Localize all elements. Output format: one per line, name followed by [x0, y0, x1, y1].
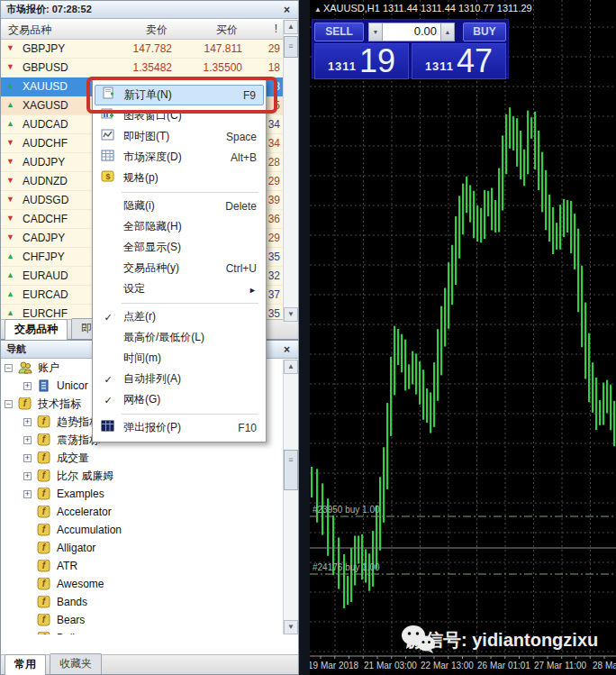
tree-item-bands[interactable]: fBands — [1, 593, 282, 611]
svg-text:28 Ma: 28 Ma — [593, 661, 616, 670]
collapse-icon[interactable]: − — [5, 400, 13, 408]
buy-price-display[interactable]: 1311 47 — [412, 43, 506, 79]
menu-item-label: 交易品种(y) — [123, 260, 179, 276]
scroll-down-icon[interactable]: ▼ — [284, 307, 298, 322]
navigator-tabbar: 常用收藏夹 — [1, 654, 298, 674]
menu-item-label: 隐藏(i) — [123, 198, 155, 214]
menu-shortcut: Space — [226, 131, 257, 143]
column-symbol[interactable]: 交易品种 — [8, 23, 51, 38]
tree-item-examples[interactable]: +fExamples — [1, 485, 282, 503]
menu-item--s-[interactable]: 全部显示(S) — [95, 237, 264, 258]
menu-shortcut: Delete — [225, 200, 257, 213]
sell-price-display[interactable]: 1311 19 — [314, 43, 409, 79]
expand-icon[interactable]: + — [23, 436, 32, 444]
expand-icon[interactable]: + — [23, 418, 32, 426]
volume-decrease-icon[interactable]: ▼ — [368, 23, 383, 41]
menu-item--r-[interactable]: ✓点差(r) — [95, 306, 264, 327]
navigator-scrollbar[interactable]: ▲ ▼ — [283, 360, 298, 634]
chart-title: ▲XAUUSD,H1 1311.44 1311.44 1310.77 1311.… — [314, 3, 532, 14]
scroll-up-icon[interactable]: ▲ — [284, 20, 298, 34]
scrollbar-thumb[interactable] — [284, 36, 298, 58]
menu-item-label: 即时图(T) — [123, 129, 169, 144]
spread-value: 39 — [268, 194, 280, 206]
expand-icon[interactable]: + — [23, 454, 32, 462]
tree-item-accumulation[interactable]: fAccumulation — [1, 521, 282, 539]
price-up-icon: ▲ — [6, 308, 14, 317]
ask-price: 147.811 — [204, 42, 243, 55]
one-click-trading-panel: SELL ▼ 0.00 ▲ BUY 1311 19 1311 47 — [312, 19, 509, 78]
fx-icon: f — [37, 415, 51, 428]
tree-item-awesome[interactable]: fAwesome — [1, 575, 282, 593]
expand-icon[interactable]: + — [23, 490, 32, 498]
menu-item--c-[interactable]: 图表窗口(C) — [95, 105, 264, 126]
tree-item--[interactable]: +f成交量 — [1, 449, 282, 467]
symbol-name: AUDJPY — [23, 156, 65, 169]
tree-item-accelerator[interactable]: fAccelerator — [1, 503, 282, 521]
menu-item--a-[interactable]: ✓自动排列(A) — [95, 369, 264, 389]
volume-increase-icon[interactable]: ▲ — [440, 23, 455, 41]
fx-icon: f — [37, 614, 51, 626]
accounts-icon — [18, 361, 32, 374]
menu-item--h-[interactable]: 全部隐藏(H) — [95, 216, 264, 237]
spread-value: 29 — [268, 42, 280, 55]
menu-item-label: 弹出报价(P) — [123, 420, 181, 435]
column-ask[interactable]: 买价 — [216, 23, 238, 38]
market-watch-scrollbar[interactable]: ▲ ▼ — [283, 20, 298, 322]
column-bid[interactable]: 卖价 — [146, 23, 168, 38]
tree-item-label: Unicor — [57, 379, 88, 392]
price-down-icon: ▼ — [6, 43, 14, 52]
symbol-name: GBPJPY — [23, 42, 65, 55]
menu-item-label: 市场深度(D) — [123, 150, 182, 165]
menu-item--m-[interactable]: 时间(m) — [95, 348, 264, 369]
tree-item-bulls[interactable]: fBulls — [1, 629, 282, 634]
expand-icon[interactable]: + — [23, 382, 32, 390]
menu-item-ctrl-u[interactable]: 交易品种(y)Ctrl+U — [95, 258, 264, 278]
menu-item-label: 新订单(N) — [124, 87, 172, 103]
sell-price-big: 19 — [359, 46, 395, 77]
tree-item-alligator[interactable]: fAlligator — [1, 539, 282, 557]
scroll-down-icon[interactable]: ▼ — [284, 620, 298, 634]
spread-value: 34 — [268, 137, 280, 150]
svg-text:21 Mar 03:00: 21 Mar 03:00 — [364, 661, 417, 670]
menu-item--p-[interactable]: $规格(p) — [95, 168, 264, 188]
menu-item-alt-b[interactable]: 市场深度(D)Alt+B — [95, 147, 264, 168]
tree-item-label: Bands — [57, 596, 87, 608]
collapse-icon[interactable]: − — [5, 364, 13, 372]
symbol-name: XAGUSD — [23, 99, 68, 112]
market-watch-row[interactable]: ▼GBPJPY147.782147.81129 — [1, 40, 283, 59]
menu-item--g-[interactable]: ✓网格(G) — [95, 389, 264, 410]
menu-item--l-[interactable]: 最高价/最低价(L) — [95, 327, 264, 348]
menu-item-f10[interactable]: 弹出报价(P)F10 — [95, 417, 264, 438]
market-watch-tab[interactable]: 交易品种 — [5, 319, 68, 340]
market-watch-row[interactable]: ▼GBPUSD1.354821.3550018 — [1, 59, 283, 78]
menu-item-delete[interactable]: 隐藏(i)Delete — [95, 196, 264, 216]
tree-item--[interactable]: +f比尔 威廉姆 — [1, 467, 282, 485]
check-icon: ✓ — [104, 395, 112, 406]
buy-button[interactable]: BUY — [463, 23, 506, 41]
navigator-tab[interactable]: 常用 — [5, 654, 46, 675]
tree-item-bears[interactable]: fBears — [1, 611, 282, 629]
fx-icon: f — [37, 542, 51, 554]
sell-button[interactable]: SELL — [314, 23, 364, 41]
market-watch-titlebar: 市场报价: 07:28:52 × — [1, 1, 298, 19]
scroll-up-icon[interactable]: ▲ — [284, 360, 298, 374]
symbol-name: AUDCHF — [23, 137, 68, 150]
price-down-icon: ▼ — [6, 62, 14, 71]
close-icon[interactable]: × — [281, 343, 293, 356]
menu-item-f9[interactable]: 新订单(N)F9 — [95, 85, 264, 105]
scrollbar-thumb[interactable] — [284, 450, 298, 490]
bid-price: 1.35482 — [133, 61, 172, 74]
navigator-tab[interactable]: 收藏夹 — [50, 653, 102, 674]
close-icon[interactable]: × — [281, 4, 293, 16]
column-spread[interactable]: ! — [275, 23, 277, 35]
price-chart[interactable]: #23950 buy 1.00#24176 buy 1.0019 Mar 201… — [310, 0, 616, 675]
tree-item-atr[interactable]: fATR — [1, 557, 282, 575]
fx-icon: f — [18, 397, 32, 410]
symbol-name: CHFJPY — [23, 251, 65, 263]
volume-field[interactable]: 0.00 — [383, 23, 440, 41]
check-icon: ✓ — [98, 311, 118, 324]
tree-item-label: 比尔 威廉姆 — [57, 469, 113, 484]
menu-item--[interactable]: 设定► — [95, 278, 264, 299]
menu-item-space[interactable]: 即时图(T)Space — [95, 126, 264, 147]
expand-icon[interactable]: + — [23, 472, 32, 480]
